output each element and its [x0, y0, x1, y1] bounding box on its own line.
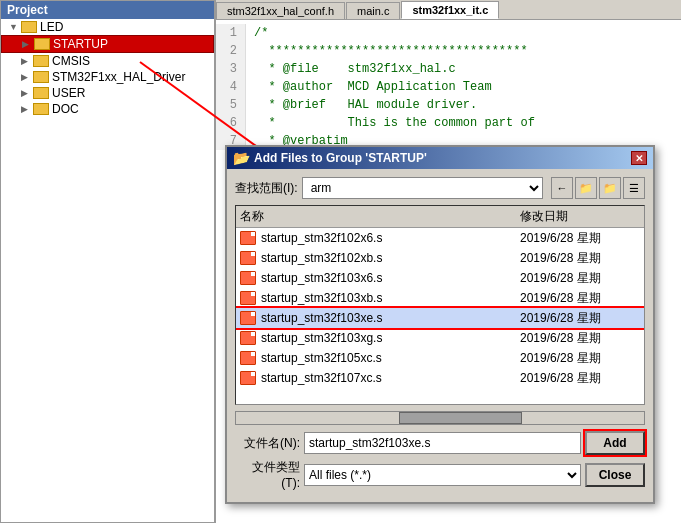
col-date-header: 修改日期	[520, 208, 640, 225]
scrollbar-thumb	[399, 412, 521, 424]
expand-startup-icon: ▶	[22, 39, 34, 49]
file-name-1: startup_stm32f102xb.s	[261, 251, 382, 265]
code-line-5: 5 * @brief HAL module driver.	[216, 96, 681, 114]
dialog-title: Add Files to Group 'STARTUP'	[254, 151, 427, 165]
look-in-select[interactable]: arm	[302, 177, 543, 199]
file-icon-6	[240, 351, 256, 365]
tree-item-cmsis[interactable]: ▶ CMSIS	[1, 53, 214, 69]
file-icon-7	[240, 371, 256, 385]
folder-doc-icon	[33, 103, 49, 115]
tab-hal-conf[interactable]: stm32f1xx_hal_conf.h	[216, 2, 345, 19]
hal-label: STM32F1xx_HAL_Driver	[52, 70, 185, 84]
toolbar-back-button[interactable]: ←	[551, 177, 573, 199]
tab-hal-conf-label: stm32f1xx_hal_conf.h	[227, 5, 334, 17]
folder-led-icon	[21, 21, 37, 33]
file-item-4[interactable]: startup_stm32f103xe.s 2019/6/28 星期	[236, 308, 644, 328]
expand-led-icon: ▼	[9, 22, 21, 32]
file-date-1: 2019/6/28 星期	[520, 250, 640, 267]
file-icon-3	[240, 291, 256, 305]
file-item-1[interactable]: startup_stm32f102xb.s 2019/6/28 星期	[236, 248, 644, 268]
folder-startup-icon	[34, 38, 50, 50]
look-in-label: 查找范围(I):	[235, 180, 298, 197]
col-name-header: 名称	[240, 208, 520, 225]
toolbar-view-button[interactable]: ☰	[623, 177, 645, 199]
code-content: 1 /* 2 *********************************…	[216, 20, 681, 154]
add-button[interactable]: Add	[585, 431, 645, 455]
folder-user-icon	[33, 87, 49, 99]
file-icon-2	[240, 271, 256, 285]
tab-bar: stm32f1xx_hal_conf.h main.c stm32f1xx_it…	[216, 0, 681, 20]
file-name-4: startup_stm32f103xe.s	[261, 311, 382, 325]
file-name-6: startup_stm32f105xc.s	[261, 351, 382, 365]
tree-item-startup[interactable]: ▶ STARTUP	[1, 35, 214, 53]
file-date-6: 2019/6/28 星期	[520, 350, 640, 367]
file-date-0: 2019/6/28 星期	[520, 230, 640, 247]
file-list-header: 名称 修改日期	[236, 206, 644, 228]
tree-item-hal-driver[interactable]: ▶ STM32F1xx_HAL_Driver	[1, 69, 214, 85]
project-panel: Project ▼ LED ▶ STARTUP ▶ CMSIS ▶ STM32F…	[0, 0, 215, 523]
file-icon-5	[240, 331, 256, 345]
folder-hal-icon	[33, 71, 49, 83]
expand-user-icon: ▶	[21, 88, 33, 98]
dialog-title-left: 📂 Add Files to Group 'STARTUP'	[233, 150, 427, 166]
file-name-7: startup_stm32f107xc.s	[261, 371, 382, 385]
file-item-0[interactable]: startup_stm32f102x6.s 2019/6/28 星期	[236, 228, 644, 248]
led-label: LED	[40, 20, 63, 34]
dialog-titlebar: 📂 Add Files to Group 'STARTUP' ✕	[227, 147, 653, 169]
filename-input[interactable]	[304, 432, 581, 454]
file-item-6[interactable]: startup_stm32f105xc.s 2019/6/28 星期	[236, 348, 644, 368]
file-item-3[interactable]: startup_stm32f103xb.s 2019/6/28 星期	[236, 288, 644, 308]
dialog-icon: 📂	[233, 150, 250, 166]
file-icon-1	[240, 251, 256, 265]
file-icon-0	[240, 231, 256, 245]
filetype-select[interactable]: All files (*.*)	[304, 464, 581, 486]
tree-item-led[interactable]: ▼ LED	[1, 19, 214, 35]
expand-hal-icon: ▶	[21, 72, 33, 82]
doc-label: DOC	[52, 102, 79, 116]
startup-label: STARTUP	[53, 37, 108, 51]
file-item-5[interactable]: startup_stm32f103xg.s 2019/6/28 星期	[236, 328, 644, 348]
toolbar-new-folder-button[interactable]: 📁	[599, 177, 621, 199]
add-files-dialog: 📂 Add Files to Group 'STARTUP' ✕ 查找范围(I)…	[225, 145, 655, 504]
file-icon-4	[240, 311, 256, 325]
tab-main-label: main.c	[357, 5, 389, 17]
dialog-body: 查找范围(I): arm ← 📁 📁 ☰ 名称 修改日期	[227, 169, 653, 502]
dialog-toolbar: ← 📁 📁 ☰	[551, 177, 645, 199]
file-item-7[interactable]: startup_stm32f107xc.s 2019/6/28 星期	[236, 368, 644, 388]
file-name-0: startup_stm32f102x6.s	[261, 231, 382, 245]
folder-cmsis-icon	[33, 55, 49, 67]
file-list[interactable]: 名称 修改日期 startup_stm32f102x6.s 2019/6/28 …	[235, 205, 645, 405]
cmsis-label: CMSIS	[52, 54, 90, 68]
tab-it[interactable]: stm32f1xx_it.c	[401, 1, 499, 19]
project-panel-title: Project	[1, 1, 214, 19]
user-label: USER	[52, 86, 85, 100]
code-line-3: 3 * @file stm32f1xx_hal.c	[216, 60, 681, 78]
file-item-2[interactable]: startup_stm32f103x6.s 2019/6/28 星期	[236, 268, 644, 288]
close-button[interactable]: Close	[585, 463, 645, 487]
file-date-7: 2019/6/28 星期	[520, 370, 640, 387]
file-date-4: 2019/6/28 星期	[520, 310, 640, 327]
tab-main[interactable]: main.c	[346, 2, 400, 19]
tree-item-user[interactable]: ▶ USER	[1, 85, 214, 101]
tab-it-label: stm32f1xx_it.c	[412, 4, 488, 16]
file-date-2: 2019/6/28 星期	[520, 270, 640, 287]
expand-doc-icon: ▶	[21, 104, 33, 114]
filename-row: 文件名(N): Add	[235, 431, 645, 455]
dialog-close-x-button[interactable]: ✕	[631, 151, 647, 165]
expand-cmsis-icon: ▶	[21, 56, 33, 66]
look-in-row: 查找范围(I): arm ← 📁 📁 ☰	[235, 177, 645, 199]
horizontal-scrollbar[interactable]	[235, 411, 645, 425]
code-line-2: 2 ************************************	[216, 42, 681, 60]
file-name-2: startup_stm32f103x6.s	[261, 271, 382, 285]
toolbar-up-button[interactable]: 📁	[575, 177, 597, 199]
file-date-5: 2019/6/28 星期	[520, 330, 640, 347]
code-line-6: 6 * This is the common part of	[216, 114, 681, 132]
file-name-5: startup_stm32f103xg.s	[261, 331, 382, 345]
file-date-3: 2019/6/28 星期	[520, 290, 640, 307]
code-line-4: 4 * @author MCD Application Team	[216, 78, 681, 96]
filetype-label: 文件类型(T):	[235, 459, 300, 490]
file-name-3: startup_stm32f103xb.s	[261, 291, 382, 305]
tree-item-doc[interactable]: ▶ DOC	[1, 101, 214, 117]
code-line-1: 1 /*	[216, 24, 681, 42]
filetype-row: 文件类型(T): All files (*.*) Close	[235, 459, 645, 490]
